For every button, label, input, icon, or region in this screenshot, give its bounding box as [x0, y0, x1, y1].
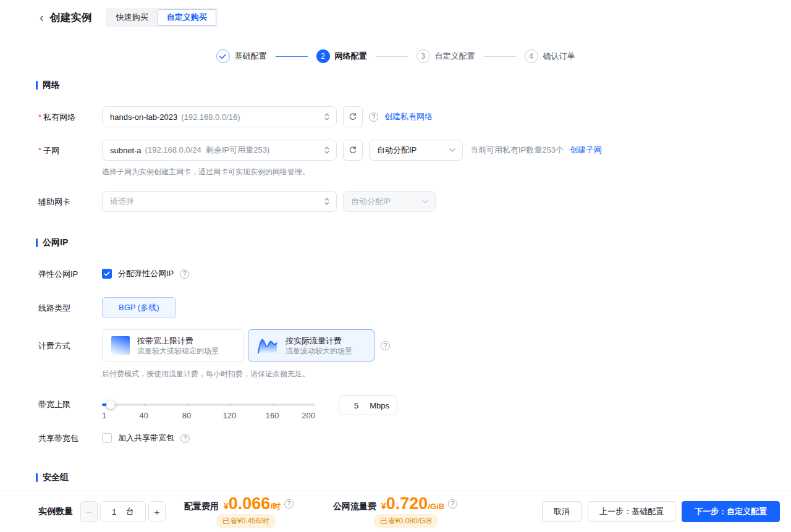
create-vpc-link[interactable]: 创建私有网络 [384, 111, 433, 122]
billing-card-title: 按带宽上限计费 [137, 336, 219, 346]
bandwidth-unit: Mbps [370, 401, 389, 410]
line-type-bgp-button[interactable]: BGP (多线) [102, 297, 176, 318]
config-fee-label: 配置费用 [184, 501, 219, 512]
quantity-minus-button[interactable]: − [80, 501, 98, 522]
vpc-select-value: hands-on-lab-2023 [110, 112, 177, 122]
cancel-button[interactable]: 取消 [542, 501, 582, 522]
eip-checkbox-label[interactable]: 分配弹性公网IP [118, 268, 174, 279]
slider-tick [273, 403, 274, 406]
slider-track[interactable] [102, 403, 315, 406]
slider-tick [144, 403, 146, 406]
select-spinner-icon[interactable] [324, 196, 330, 206]
step-label: 基础配置 [235, 51, 267, 62]
tick-label: 40 [139, 411, 148, 420]
eip-row: 弹性公网IP 分配弹性公网IP ? [38, 268, 791, 280]
eip-checkbox[interactable] [102, 269, 112, 279]
subnet-ip-mode-select[interactable]: 自动分配IP [369, 140, 463, 161]
select-spinner-icon[interactable] [324, 145, 330, 155]
traffic-fee-label: 公网流量费 [333, 501, 376, 512]
tick-label: 200 [302, 411, 315, 420]
billing-method-label-text: 计费方式 [38, 341, 70, 350]
step-done-check-icon [216, 49, 230, 63]
secondary-nic-label-text: 辅助网卡 [38, 197, 70, 206]
step-number: 2 [316, 49, 330, 63]
config-fee-block: 配置费用 ¥ 0.066 /时 ? 已省¥0.456/时 [184, 496, 294, 528]
billing-helper-text: 后付费模式，按使用流量计费，每小时扣费，请保证余额充足。 [102, 369, 310, 378]
billing-card-bandwidth[interactable]: 按带宽上限计费 流量较大或较稳定的场景 [102, 329, 244, 361]
vpc-select-cidr: (192.168.0.0/16) [181, 112, 240, 122]
step-connector [484, 56, 516, 57]
billing-method-row: 计费方式 按带宽上限计费 流量较大或较稳定的场景 [38, 329, 791, 379]
step-basic-config: 基础配置 [216, 49, 267, 63]
billing-card-subtitle: 流量较大或较稳定的场景 [137, 346, 219, 356]
next-step-button[interactable]: 下一步：自定义配置 [682, 501, 780, 522]
step-custom-config: 3 自定义配置 [417, 49, 475, 63]
quantity-input[interactable]: 1 台 [100, 501, 146, 522]
step-confirm-order: 4 确认订单 [525, 49, 575, 63]
subnet-refresh-button[interactable] [343, 140, 363, 161]
page-title: 创建实例 [50, 11, 92, 25]
config-fee-help-icon[interactable]: ? [284, 499, 294, 509]
billing-card-traffic[interactable]: 按实际流量计费 流量波动较大的场景 [248, 329, 374, 361]
eip-label-text: 弹性公网IP [38, 269, 78, 279]
select-spinner-icon[interactable] [324, 112, 330, 122]
refresh-icon [349, 146, 357, 154]
bandwidth-value: 5 [354, 401, 358, 410]
ip-mode-value: 自动分配IP [377, 145, 417, 156]
wizard-steps: 基础配置 2 网络配置 3 自定义配置 4 确认订单 [0, 48, 791, 64]
secondary-nic-select[interactable]: 请选择 [102, 191, 337, 212]
quantity-unit: 台 [126, 506, 134, 517]
vpc-refresh-button[interactable] [343, 106, 363, 127]
section-title-network: 网络 [36, 79, 791, 91]
bandwidth-value-input[interactable]: 5 Mbps [339, 395, 397, 415]
quantity-stepper: − 1 台 + [80, 501, 166, 522]
shared-bandwidth-row: 共享带宽包 加入共享带宽包 ? [38, 432, 791, 444]
line-type-label: 线路类型 [38, 297, 102, 318]
shared-bandwidth-label-text: 共享带宽包 [38, 434, 78, 443]
step-number: 3 [417, 49, 430, 63]
back-icon[interactable]: ‹ [40, 11, 44, 23]
step-label: 网络配置 [335, 51, 367, 62]
eip-label: 弹性公网IP [38, 268, 102, 280]
section-title-text: 网络 [43, 80, 60, 91]
traffic-fee-help-icon[interactable]: ? [448, 499, 457, 509]
vpc-help-icon[interactable]: ? [369, 112, 378, 122]
required-mark: * [38, 112, 41, 122]
create-subnet-link[interactable]: 创建子网 [570, 145, 602, 156]
eip-help-icon[interactable]: ? [180, 269, 189, 279]
required-mark: * [38, 146, 41, 155]
traffic-fee-unit: /GiB [428, 502, 444, 511]
billing-card-subtitle: 流量波动较大的场景 [286, 346, 352, 356]
subnet-helper-text: 选择子网为实例创建主网卡，通过网卡可实现实例的网络管理。 [102, 167, 310, 176]
tab-quick-purchase[interactable]: 快速购买 [107, 9, 158, 26]
config-fee-unit: /时 [270, 501, 281, 512]
traffic-wave-icon [257, 337, 278, 354]
section-title-security-group: 安全组 [36, 471, 791, 484]
bandwidth-gradient-icon [111, 336, 130, 355]
tick-label: 120 [222, 411, 236, 420]
step-label: 确认订单 [543, 51, 575, 62]
section-title-text: 公网IP [43, 237, 68, 248]
traffic-fee-currency: ¥ [381, 501, 386, 511]
bandwidth-label-text: 带宽上限 [38, 400, 70, 409]
line-type-row: 线路类型 BGP (多线) [38, 297, 791, 318]
slider-tick [187, 403, 188, 406]
shared-bandwidth-help-icon[interactable]: ? [180, 434, 190, 443]
subnet-select[interactable]: subnet-a (192.168.0.0/24 剩余IP可用量253) [102, 140, 337, 161]
step-connector [276, 56, 308, 57]
refresh-icon [349, 112, 357, 121]
shared-bandwidth-checkbox-label[interactable]: 加入共享带宽包 [118, 433, 174, 444]
quantity-plus-button[interactable]: + [148, 501, 166, 522]
prev-step-button[interactable]: 上一步：基础配置 [588, 501, 675, 522]
tab-custom-purchase[interactable]: 自定义购买 [158, 9, 216, 26]
billing-help-icon[interactable]: ? [381, 341, 390, 350]
shared-bandwidth-checkbox[interactable] [102, 433, 112, 443]
secondary-nic-placeholder: 请选择 [110, 196, 134, 207]
step-number: 4 [525, 49, 538, 63]
bandwidth-row: 带宽上限 1 40 80 120 160 200 [38, 395, 791, 422]
line-type-label-text: 线路类型 [38, 303, 70, 313]
config-fee-amount: 0.066 [229, 496, 271, 512]
bandwidth-slider[interactable]: 1 40 80 120 160 200 [102, 395, 315, 422]
slider-handle[interactable] [106, 400, 115, 409]
vpc-select[interactable]: hands-on-lab-2023 (192.168.0.0/16) [102, 106, 337, 127]
